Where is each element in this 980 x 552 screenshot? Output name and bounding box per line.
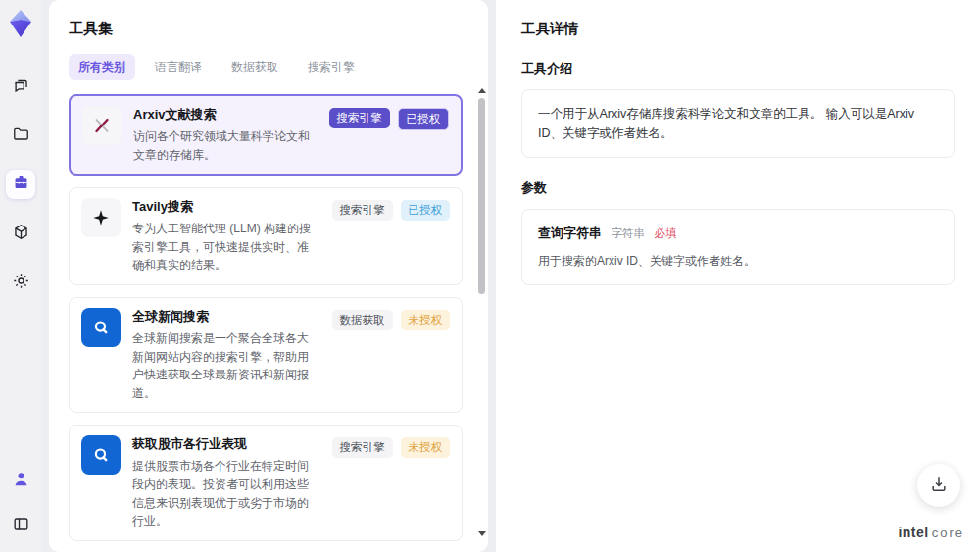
app-sidebar (0, 0, 41, 552)
tool-tags: 搜索引擎 已授权 (329, 106, 450, 164)
tool-tags: 搜索引擎 未授权 (332, 435, 451, 529)
intro-heading: 工具介绍 (521, 60, 955, 77)
scroll-down-arrow[interactable] (478, 531, 486, 536)
sidebar-item-packages[interactable] (6, 219, 35, 248)
scrollbar-thumb[interactable] (478, 98, 485, 294)
tool-card[interactable]: Arxiv文献搜索 访问各个研究领域大量科学论文和文章的存储库。 搜索引擎 已授… (69, 94, 463, 176)
category-tabs: 所有类别语言翻译数据获取搜索引擎 (69, 54, 480, 80)
category-tab[interactable]: 所有类别 (69, 54, 135, 80)
param-type: 字符串 (611, 227, 645, 239)
sidebar-item-account[interactable] (6, 466, 35, 495)
intel-core-logo: intel core (898, 525, 964, 540)
param-description: 用于搜索的Arxiv ID、关键字或作者姓名。 (538, 252, 938, 271)
tool-card[interactable]: Tavily搜索 专为人工智能代理 (LLM) 构建的搜索引擎工具，可快速提供实… (69, 187, 463, 285)
category-tab[interactable]: 语言翻译 (145, 54, 212, 80)
tool-name: 获取股市各行业表现 (132, 435, 320, 453)
sidebar-bottom-nav (6, 466, 35, 540)
tool-status-badge: 已授权 (401, 200, 451, 221)
params-heading: 参数 (521, 179, 955, 197)
tool-card[interactable]: 全球新闻搜索 全球新闻搜索是一个聚合全球各大新闻网站内容的搜索引擎，帮助用户快速… (69, 297, 463, 413)
panel-toggle-icon (12, 515, 30, 537)
intro-box: 一个用于从Arxiv存储库搜索科学论文和文章的工具。 输入可以是Arxiv ID… (521, 89, 955, 158)
details-title: 工具详情 (521, 20, 955, 38)
tool-name: Arxiv文献搜索 (133, 106, 318, 124)
chat-icon (12, 75, 30, 98)
download-button[interactable] (917, 464, 960, 507)
param-required-badge: 必填 (654, 227, 676, 239)
tool-category-tag: 搜索引擎 (332, 437, 393, 458)
arxiv-icon (82, 106, 122, 145)
tool-status-badge: 已授权 (398, 108, 450, 130)
param-name: 查询字符串 (538, 226, 602, 240)
tool-name: Tavily搜索 (132, 198, 320, 216)
tavily-icon (81, 198, 121, 237)
tool-name: 全球新闻搜索 (132, 308, 320, 326)
app-logo-icon (7, 9, 34, 38)
sidebar-item-files[interactable] (6, 121, 35, 150)
intro-text: 一个用于从Arxiv存储库搜索科学论文和文章的工具。 输入可以是Arxiv ID… (538, 107, 914, 140)
tool-tags: 数据获取 未授权 (332, 308, 451, 402)
category-tab[interactable]: 数据获取 (221, 54, 288, 80)
folder-icon (12, 125, 30, 147)
download-icon (929, 475, 949, 497)
stock-blue-icon (81, 435, 121, 475)
tool-card[interactable]: 获取股市各行业表现 提供股票市场各个行业在特定时间段内的表现。投资者可以利用这些… (69, 425, 463, 540)
toolbox-icon (12, 174, 30, 196)
tool-description: 全球新闻搜索是一个聚合全球各大新闻网站内容的搜索引擎，帮助用户快速获取全球最新资… (132, 329, 320, 402)
sidebar-item-tools[interactable] (6, 170, 35, 199)
sidebar-item-panel-toggle[interactable] (6, 511, 35, 540)
tools-panel: 工具集 所有类别语言翻译数据获取搜索引擎 Arxiv文献搜索 访问各个研究领域大… (49, 0, 488, 552)
tool-category-tag: 搜索引擎 (332, 200, 393, 221)
news-blue-icon (81, 308, 121, 347)
tool-description: 提供股票市场各个行业在特定时间段内的表现。投资者可以利用这些信息来识别表现优于或… (132, 457, 320, 529)
brand-core: core (932, 526, 964, 540)
tool-details-panel: 工具详情 工具介绍 一个用于从Arxiv存储库搜索科学论文和文章的工具。 输入可… (496, 0, 980, 552)
tool-status-badge: 未授权 (401, 437, 451, 458)
param-box: 查询字符串 字符串 必填 用于搜索的Arxiv ID、关键字或作者姓名。 (521, 209, 955, 285)
sidebar-item-chat[interactable] (6, 72, 35, 101)
sidebar-nav (6, 72, 35, 297)
tool-description: 访问各个研究领域大量科学论文和文章的存储库。 (133, 127, 318, 164)
tool-category-tag: 搜索引擎 (329, 108, 390, 128)
category-tab[interactable]: 搜索引擎 (298, 54, 365, 80)
tool-tags: 搜索引擎 已授权 (332, 198, 451, 275)
user-icon (12, 470, 30, 492)
tool-status-badge: 未授权 (401, 310, 451, 330)
gear-icon (12, 272, 30, 294)
tool-description: 专为人工智能代理 (LLM) 构建的搜索引擎工具，可快速提供实时、准确和真实的结… (132, 220, 320, 275)
scroll-up-arrow[interactable] (478, 88, 486, 93)
cube-icon (12, 223, 30, 245)
sidebar-item-settings[interactable] (6, 268, 35, 297)
tool-list: Arxiv文献搜索 访问各个研究领域大量科学论文和文章的存储库。 搜索引擎 已授… (69, 94, 480, 547)
brand-intel: intel (898, 525, 928, 540)
tool-category-tag: 数据获取 (332, 310, 393, 330)
scrollbar (477, 86, 486, 538)
page-title: 工具集 (69, 20, 480, 38)
